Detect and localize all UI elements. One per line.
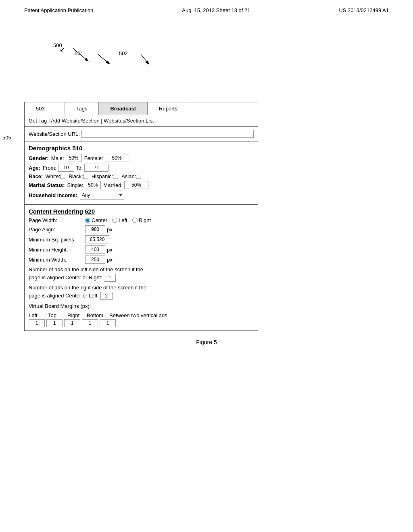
page-width-row: Page Width: Center Left Right xyxy=(29,217,254,223)
min-width-unit: px xyxy=(107,257,113,263)
radio-left[interactable]: Left xyxy=(112,217,127,223)
demographics-title: Demographics 510 xyxy=(29,145,254,152)
single-label: Single: xyxy=(67,182,83,188)
patent-header-middle: Aug. 15, 2013 Sheet 13 of 21 xyxy=(182,7,250,13)
radio-left-input[interactable] xyxy=(112,218,117,223)
gender-label: Gender: xyxy=(29,155,49,161)
url-input[interactable] xyxy=(81,130,254,138)
margin-between-label: Between two vertical ads xyxy=(109,312,167,318)
margin-bottom-input[interactable] xyxy=(82,319,98,327)
margin-left-label: Left xyxy=(29,312,48,318)
tab-broadcast[interactable]: Broadcast xyxy=(99,102,148,115)
radio-center[interactable]: Center xyxy=(85,217,107,223)
virtual-board-label: Virtual Board Margins (px): xyxy=(29,302,254,310)
age-from-label: From: xyxy=(43,165,56,171)
label-503: 503 xyxy=(36,106,45,112)
add-website-link[interactable]: Add Website/Section xyxy=(51,118,99,124)
age-label: Age: xyxy=(29,165,40,171)
right-ads-input[interactable] xyxy=(100,292,113,300)
race-black-input[interactable] xyxy=(83,174,88,179)
age-to-input[interactable] xyxy=(84,164,108,172)
margins-inputs xyxy=(29,319,254,327)
tab-tags[interactable]: Tags xyxy=(65,102,99,115)
url-section: Website/Section URL: xyxy=(25,127,258,141)
tab-tags-label: Tags xyxy=(76,106,87,112)
radio-right-input[interactable] xyxy=(132,218,138,223)
margin-top-input[interactable] xyxy=(46,319,63,327)
content-rendering-section: Content Rendering 520 Page Width: Center… xyxy=(25,205,258,330)
label-505: 505– xyxy=(2,135,14,141)
female-input[interactable] xyxy=(105,154,129,162)
gender-row: Gender: Male: Female: xyxy=(29,154,254,162)
margin-left-input[interactable] xyxy=(29,319,45,327)
income-label: Household Income: xyxy=(29,192,77,198)
race-asian-input[interactable] xyxy=(136,174,141,179)
page: Patent Application Publication Aug. 15, … xyxy=(0,0,413,532)
race-white-input[interactable] xyxy=(60,174,65,179)
tab-broadcast-label: Broadcast xyxy=(110,106,136,112)
page-align-label: Page Align: xyxy=(29,227,85,233)
page-align-unit: px xyxy=(107,227,113,233)
right-ads-text: Number of ads on the right side of the s… xyxy=(29,284,254,300)
race-asian-checkbox[interactable]: Asian: xyxy=(121,173,142,179)
url-label: Website/Section URL: xyxy=(29,131,80,137)
income-row: Household Income: Any xyxy=(29,191,254,200)
min-height-input[interactable] xyxy=(85,245,105,254)
diagram-arrows xyxy=(48,42,290,74)
demographics-section: Demographics 510 Gender: Male: Female: A… xyxy=(25,141,258,205)
svg-line-1 xyxy=(98,54,108,63)
page-align-input[interactable] xyxy=(85,225,105,233)
margins-labels: Left Top Right Bottom Between two vertic… xyxy=(29,312,254,318)
label-502: 502 xyxy=(119,50,128,56)
married-label: Married: xyxy=(103,182,123,188)
income-select[interactable]: Any xyxy=(80,191,124,200)
tabs-row: 503 Tags Broadcast Reports xyxy=(25,102,258,115)
min-width-input[interactable] xyxy=(85,256,105,264)
male-input[interactable] xyxy=(66,154,82,162)
links-row: Get Tag | Add Website/Section | Websites… xyxy=(25,115,258,127)
race-label: Race: xyxy=(29,173,43,179)
margin-right-input[interactable] xyxy=(64,319,80,327)
single-input[interactable] xyxy=(85,181,101,189)
svg-line-2 xyxy=(141,54,148,63)
margin-right-label: Right xyxy=(67,312,87,318)
margins-section: Virtual Board Margins (px): Left Top Rig… xyxy=(29,302,254,327)
patent-header-right: US 2013/0212499 A1 xyxy=(339,7,389,13)
websites-list-link[interactable]: Websites/Section List xyxy=(104,118,154,124)
arrow-500: ↙ xyxy=(60,46,65,53)
marital-label: Marital Status: xyxy=(29,182,65,188)
page-width-label: Page Width: xyxy=(29,217,85,223)
margin-between-input[interactable] xyxy=(100,319,116,327)
race-white-checkbox[interactable]: White: xyxy=(45,173,66,179)
left-ads-input[interactable] xyxy=(104,274,116,282)
tab-503: 503 xyxy=(25,102,65,115)
url-row: Website/Section URL: xyxy=(29,130,254,138)
min-width-row: Minimum Width: px xyxy=(29,256,254,264)
min-sq-row: Minimum Sq. pixels: xyxy=(29,235,254,243)
patent-header-left: Patent Application Publication xyxy=(24,7,93,13)
diagram-container: 500 ↙ 501 502 xyxy=(48,42,282,78)
page-width-radio-group: Center Left Right xyxy=(85,217,151,223)
patent-header: Patent Application Publication Aug. 15, … xyxy=(0,0,413,17)
marital-row: Marital Status: Single: Married: xyxy=(29,181,254,189)
min-sq-input[interactable] xyxy=(85,235,109,243)
female-label: Female: xyxy=(84,155,103,161)
race-black-checkbox[interactable]: Black: xyxy=(69,173,89,179)
page-align-row: Page Align: px xyxy=(29,225,254,233)
tab-reports-label: Reports xyxy=(159,106,177,112)
margin-bottom-label: Bottom xyxy=(87,312,106,318)
min-height-unit: px xyxy=(107,247,113,253)
get-tag-link[interactable]: Get Tag xyxy=(29,118,47,124)
tab-reports[interactable]: Reports xyxy=(148,102,189,115)
label-501: 501 xyxy=(75,50,83,56)
married-input[interactable] xyxy=(124,181,148,189)
race-hispanic-input[interactable] xyxy=(113,174,118,179)
radio-right[interactable]: Right xyxy=(132,217,151,223)
radio-center-input[interactable] xyxy=(85,218,90,223)
left-ads-text: Number of ads on the left side of the sc… xyxy=(29,266,254,282)
race-hispanic-checkbox[interactable]: Hispanic: xyxy=(92,173,119,179)
min-height-row: Minimum Height: px xyxy=(29,245,254,254)
min-width-label: Minimum Width: xyxy=(29,257,85,263)
age-from-input[interactable] xyxy=(58,164,74,172)
ui-panel: 505– 503 Tags Broadcast Reports Ge xyxy=(24,102,258,331)
